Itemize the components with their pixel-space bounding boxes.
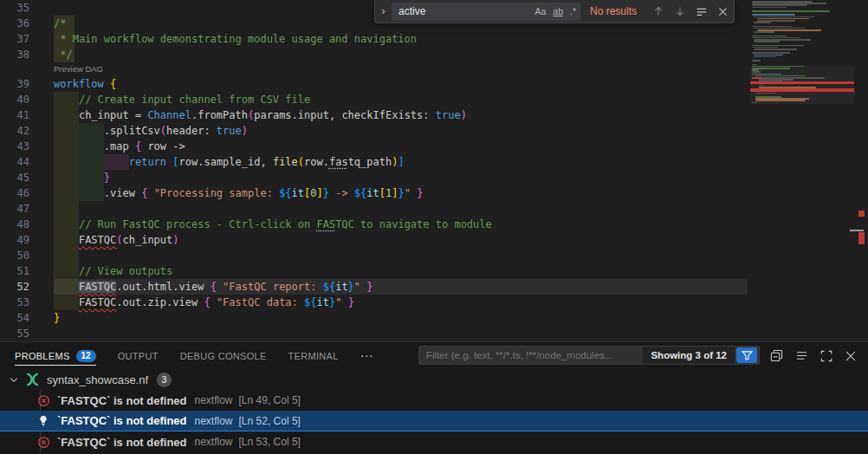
minimap-line [752, 64, 757, 66]
code-token: -> [329, 187, 354, 199]
minimap-line [752, 10, 830, 12]
line-number: 43 [0, 139, 29, 154]
close-panel-icon[interactable] [845, 350, 857, 362]
minimap-line [752, 36, 787, 37]
line-number: 51 [0, 263, 29, 279]
find-input-box[interactable]: Aa ab .* [392, 3, 580, 21]
line-number: 49 [0, 232, 29, 248]
code-token [54, 265, 79, 277]
tab-terminal[interactable]: TERMINAL [288, 342, 339, 369]
problem-location: [Ln 52, Col 5] [239, 415, 301, 427]
line-number: 46 [0, 185, 29, 201]
code-line-42: 42 .splitCsv(header: true) [0, 123, 750, 139]
find-input[interactable] [397, 4, 528, 18]
problems-filter-box[interactable]: Showing 3 of 12 [418, 346, 760, 365]
problem-row[interactable]: `FASTQC` is not definednextflow[Ln 53, C… [0, 431, 868, 452]
problem-location: [Ln 49, Col 5] [239, 394, 301, 406]
minimap-error-mark [750, 81, 854, 84]
line-number: 37 [0, 31, 29, 47]
code-token: row.sample_id, [179, 156, 273, 168]
previous-match-icon[interactable] [652, 5, 664, 17]
code-editor[interactable]: 3536/*37 * Main workflow demonstrating m… [0, 0, 868, 341]
problems-file-row[interactable]: syntax_showcase.nf 3 [0, 369, 868, 390]
code-token: true [436, 109, 461, 121]
close-find-icon[interactable] [717, 6, 729, 17]
code-token: } [104, 172, 110, 184]
overview-ruler[interactable] [854, 0, 868, 341]
code-token: ${ [354, 187, 366, 199]
problems-filter-input[interactable] [419, 350, 643, 360]
code-token: // Create input channel from CSV file [79, 94, 310, 106]
code-token: } [348, 296, 354, 308]
tab-debug-console[interactable]: DEBUG CONSOLE [180, 342, 267, 369]
code-line-47: 47 [0, 201, 750, 217]
code-token: it [317, 296, 329, 308]
more-actions-icon[interactable]: ⋯ [360, 342, 374, 369]
error-icon [36, 394, 50, 407]
find-in-selection-icon[interactable] [696, 5, 708, 17]
problem-source: nextflow [195, 415, 233, 427]
tab-output[interactable]: OUTPUT [118, 342, 159, 369]
code-token: to navigate to module [354, 218, 492, 230]
next-match-icon[interactable] [674, 5, 686, 17]
maximize-panel-icon[interactable] [820, 350, 832, 362]
code-line-37: 37 * Main workflow demonstrating module … [0, 31, 750, 47]
toggle-replace-icon[interactable]: › [377, 5, 390, 17]
code-line-50: 50 [0, 248, 750, 263]
chevron-down-icon[interactable] [9, 374, 19, 385]
code-area[interactable]: 3536/*37 * Main workflow demonstrating m… [0, 0, 750, 341]
code-line-38: 38 */ [0, 47, 750, 62]
code-token: ) [172, 234, 178, 246]
minimap-line [754, 16, 814, 18]
code-lens-preview-dag[interactable]: Preview DAG [54, 62, 750, 76]
minimap-line [752, 7, 787, 9]
view-as-list-icon[interactable] [795, 349, 808, 362]
tab-problems[interactable]: PROBLEMS12 [15, 342, 96, 369]
match-case-icon[interactable]: Aa [534, 6, 546, 16]
code-token: .view [104, 187, 141, 199]
code-token: // View outputs [79, 265, 172, 277]
code-line-39: 39workflow { [0, 76, 750, 92]
minimap-error-mark [752, 77, 761, 79]
problem-row[interactable]: `FASTQC` is not definednextflow[Ln 52, C… [0, 411, 868, 431]
code-line-46: 46 .view { "Processing sample: ${it[0]} … [0, 185, 750, 201]
code-token: { [211, 281, 217, 293]
code-token: ( [116, 234, 122, 246]
minimap-line [754, 41, 780, 42]
code-token: ${ [304, 296, 316, 308]
minimap-line [754, 22, 771, 23]
code-token: it [366, 187, 379, 199]
line-number: 38 [0, 47, 29, 62]
regex-icon[interactable]: .* [570, 6, 576, 16]
code-token: ch_input [123, 234, 173, 246]
whole-word-icon[interactable]: ab [553, 6, 563, 16]
panel-header: PROBLEMS12OUTPUTDEBUG CONSOLETERMINAL⋯ S… [0, 342, 868, 369]
line-number: 48 [0, 217, 29, 232]
minimap-line [752, 52, 790, 54]
minimap-line [752, 45, 804, 47]
minimap-line [752, 74, 781, 75]
filter-funnel-icon[interactable] [736, 347, 757, 363]
code-token [54, 234, 79, 246]
code-token: .fromPath [191, 109, 248, 121]
code-line-52: 52 FASTQC.out.html.view { "FastQC report… [0, 279, 750, 295]
lightbulb-icon [36, 414, 50, 427]
code-token: } [54, 312, 60, 324]
line-number: 53 [0, 295, 29, 310]
code-line-54: 54} [0, 310, 750, 326]
minimap-line [752, 4, 807, 6]
line-number: 54 [0, 310, 29, 326]
code-token: FASTQC [79, 296, 116, 308]
problem-row[interactable]: `FASTQC` is not definednextflow[Ln 49, C… [0, 390, 868, 411]
showing-count-badge: Showing 3 of 12 [643, 347, 735, 364]
code-line-45: 45 } [0, 170, 750, 185]
line-number: 55 [0, 326, 29, 341]
collapse-all-icon[interactable] [770, 349, 783, 362]
problems-file-count-badge: 3 [157, 373, 172, 387]
minimap[interactable] [750, 0, 854, 341]
code-token: .splitCsv [104, 125, 160, 137]
code-token: .out.zip.view [116, 296, 204, 308]
code-token: ( [298, 156, 304, 168]
code-token: "FastQC data: [217, 296, 304, 308]
minimap-line [755, 93, 776, 94]
